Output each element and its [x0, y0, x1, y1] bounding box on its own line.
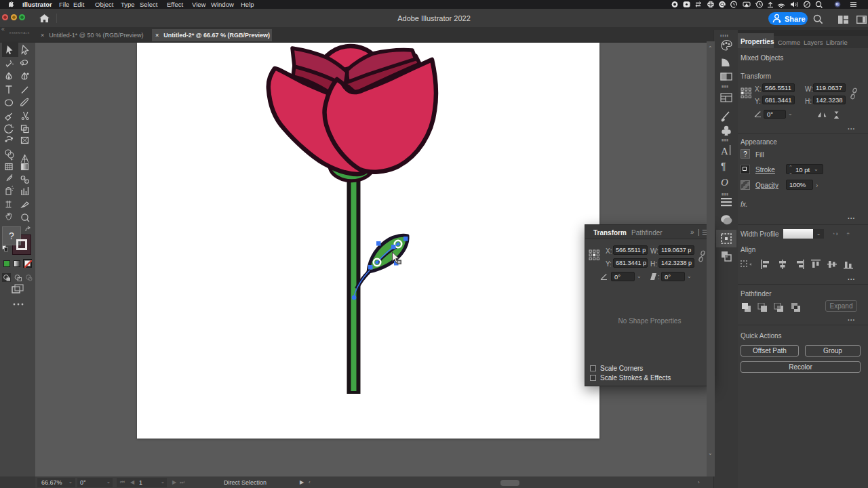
svg-text:▮▮▮▮: ▮▮▮▮	[722, 192, 728, 196]
svg-text:O: O	[721, 177, 728, 188]
svg-text:▮▮▮▮: ▮▮▮▮	[722, 138, 728, 142]
svg-text:¶: ¶	[721, 161, 726, 171]
svg-text:A: A	[721, 146, 728, 157]
svg-text:▮▮▮▮: ▮▮▮▮	[722, 85, 728, 88]
